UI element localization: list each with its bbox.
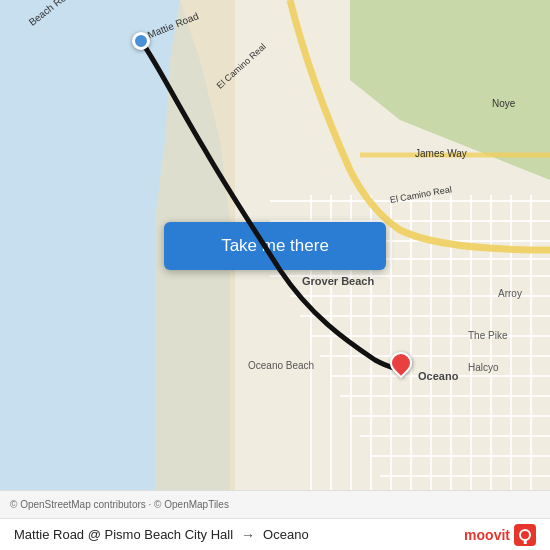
the-pike-label: The Pike — [468, 330, 507, 341]
attribution-text: © OpenStreetMap contributors · © OpenMap… — [10, 499, 229, 510]
map-container: Beach Road Mattie Road El Camino Real El… — [0, 0, 550, 490]
destination-pin — [385, 347, 416, 378]
street-v5 — [390, 195, 392, 490]
street-v10 — [490, 195, 492, 490]
moovit-text: moovit — [464, 527, 510, 543]
street-v12 — [530, 195, 532, 490]
street-v11 — [510, 195, 512, 490]
route-arrow: → — [241, 527, 255, 543]
street-h14 — [370, 455, 550, 457]
take-me-there-button[interactable]: Take me there — [164, 222, 386, 270]
oceano-beach-label: Oceano Beach — [248, 360, 314, 371]
oceano-label: Oceano — [418, 370, 458, 382]
street-h9 — [320, 355, 550, 357]
street-h13 — [360, 435, 550, 437]
street-v6 — [410, 195, 412, 490]
street-h7 — [300, 315, 550, 317]
destination-marker — [390, 352, 412, 382]
street-v8 — [450, 195, 452, 490]
arroy-label: Arroy — [498, 288, 522, 299]
attribution-bar: © OpenStreetMap contributors · © OpenMap… — [0, 490, 550, 518]
bottom-bar: Mattie Road @ Pismo Beach City Hall → Oc… — [0, 518, 550, 550]
moovit-icon — [514, 524, 536, 546]
origin-marker — [132, 32, 150, 50]
halcyo-label: Halcyo — [468, 362, 499, 373]
street-v7 — [430, 195, 432, 490]
moovit-logo: moovit — [464, 524, 536, 546]
noye-label: Noye — [492, 98, 515, 109]
street-v9 — [470, 195, 472, 490]
grover-beach-label: Grover Beach — [302, 275, 374, 287]
street-h15 — [380, 475, 550, 477]
route-to: Oceano — [263, 527, 309, 542]
moovit-icon-person — [519, 529, 531, 541]
route-from: Mattie Road @ Pismo Beach City Hall — [14, 527, 233, 542]
james-way-label: James Way — [415, 148, 467, 159]
